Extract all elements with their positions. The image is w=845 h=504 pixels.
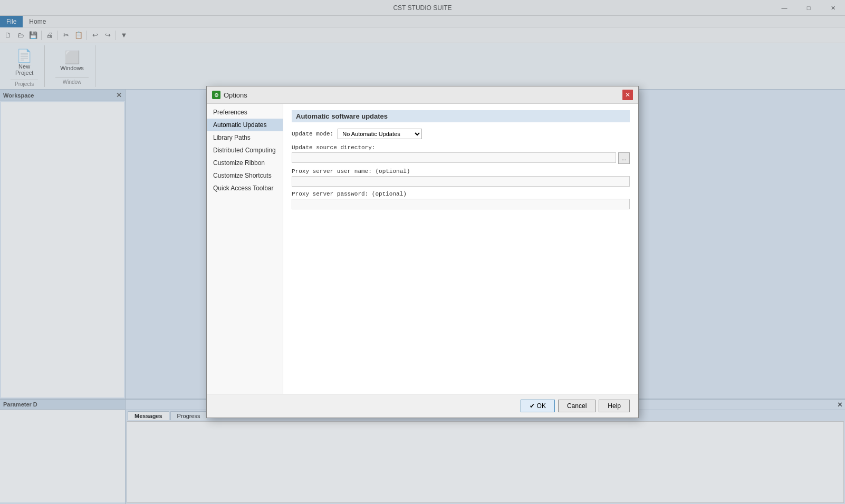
proxy-pass-input[interactable] [292, 199, 630, 209]
modal-backdrop: ⚙ Options ✕ Preferences Automatic Update… [0, 0, 845, 504]
proxy-pass-row: Proxy server password: (optional) [292, 191, 630, 209]
dialog-title-text: Options [224, 91, 247, 99]
sidebar-item-quick-access-toolbar[interactable]: Quick Access Toolbar [207, 182, 283, 195]
help-label: Help [608, 402, 621, 410]
ok-icon: ✔ [530, 402, 535, 410]
options-dialog: ⚙ Options ✕ Preferences Automatic Update… [206, 86, 639, 418]
update-source-input[interactable] [292, 152, 616, 163]
proxy-user-row: Proxy server user name: (optional) [292, 168, 630, 187]
sidebar-item-customize-shortcuts[interactable]: Customize Shortcuts [207, 169, 283, 182]
dialog-footer: ✔ OK Cancel Help [207, 394, 638, 418]
cancel-label: Cancel [567, 402, 587, 410]
dialog-icon: ⚙ [212, 91, 220, 99]
help-button[interactable]: Help [599, 400, 630, 412]
browse-button[interactable]: ... [618, 152, 630, 164]
sidebar-item-automatic-updates[interactable]: Automatic Updates [207, 119, 283, 131]
sidebar-item-library-paths[interactable]: Library Paths [207, 131, 283, 144]
update-mode-select[interactable]: No Automatic Updates Check Only Download… [338, 129, 422, 139]
dialog-sidebar: Preferences Automatic Updates Library Pa… [207, 104, 283, 394]
proxy-user-input[interactable] [292, 176, 630, 187]
dialog-close-button[interactable]: ✕ [622, 90, 633, 100]
dialog-title-area: ⚙ Options [212, 91, 247, 99]
update-source-row: Update source directory: ... [292, 144, 630, 164]
dialog-content: Automatic software updates Update mode: … [283, 104, 638, 394]
section-title: Automatic software updates [292, 110, 630, 122]
dialog-body: Preferences Automatic Updates Library Pa… [207, 104, 638, 394]
update-mode-label: Update mode: [292, 131, 333, 137]
sidebar-item-distributed-computing[interactable]: Distributed Computing [207, 144, 283, 157]
dialog-titlebar: ⚙ Options ✕ [207, 86, 638, 104]
sidebar-item-customize-ribbon[interactable]: Customize Ribbon [207, 157, 283, 169]
proxy-user-label: Proxy server user name: (optional) [292, 168, 630, 175]
cancel-button[interactable]: Cancel [558, 400, 596, 412]
ok-label: OK [537, 402, 546, 410]
proxy-pass-label: Proxy server password: (optional) [292, 191, 630, 197]
update-source-label: Update source directory: [292, 144, 630, 151]
sidebar-item-preferences[interactable]: Preferences [207, 106, 283, 119]
ok-button[interactable]: ✔ OK [521, 400, 555, 412]
update-mode-row: Update mode: No Automatic Updates Check … [292, 129, 630, 139]
